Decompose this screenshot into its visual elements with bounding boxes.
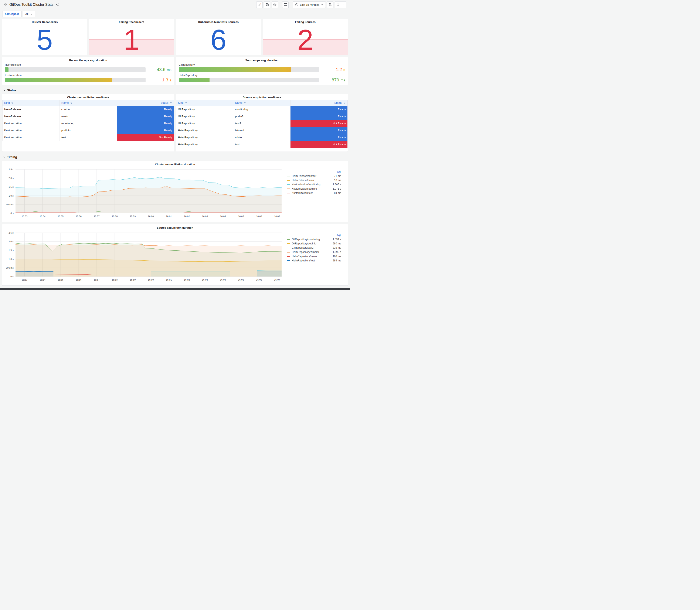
svg-text:1.0 s: 1.0 s: [9, 194, 14, 197]
namespace-variable-value[interactable]: All: [23, 11, 35, 17]
svg-text:16:00: 16:00: [148, 215, 154, 218]
status-badge: Ready: [117, 120, 174, 127]
kind-cell: HelmRelease: [2, 106, 60, 113]
series-color-swatch: [287, 176, 290, 176]
gauge-label: Kustomization: [5, 74, 172, 77]
series-color-swatch: [287, 184, 290, 185]
section-header-status[interactable]: Status: [2, 87, 348, 94]
window-bottom-bar: [0, 288, 350, 290]
column-header-status[interactable]: Status: [117, 100, 174, 106]
filter-funnel-icon[interactable]: [244, 101, 246, 104]
legend-item[interactable]: HelmRepository/test289 ms: [287, 258, 341, 263]
gauge-row: HelmRepository 879 ms: [178, 73, 346, 83]
refresh-interval-dropdown[interactable]: [341, 1, 346, 8]
time-range-picker[interactable]: Last 15 minutes: [293, 1, 326, 8]
chevron-down-icon: [30, 13, 33, 15]
share-icon[interactable]: [56, 3, 59, 6]
zoom-out-time-button[interactable]: [327, 1, 333, 8]
gauge-fill: [5, 67, 9, 72]
svg-text:15:57: 15:57: [94, 215, 100, 218]
legend-item[interactable]: Kustomization/monitoring1.605 s: [287, 182, 341, 187]
svg-text:16:06: 16:06: [256, 278, 262, 281]
save-dashboard-button[interactable]: [264, 1, 270, 8]
status-badge: Ready: [117, 113, 174, 120]
source-readiness-table: KindNameStatusGitRepositorymonitoringRea…: [176, 100, 348, 148]
kind-cell: HelmRepository: [176, 134, 233, 141]
column-header-kind[interactable]: Kind: [2, 100, 60, 106]
column-header-name[interactable]: Name: [60, 100, 117, 106]
filter-funnel-icon[interactable]: [11, 101, 13, 104]
add-panel-button[interactable]: [256, 1, 263, 8]
svg-text:16:03: 16:03: [202, 215, 208, 218]
series-color-swatch: [287, 260, 290, 261]
svg-text:16:04: 16:04: [220, 278, 226, 281]
filter-funnel-icon[interactable]: [343, 101, 346, 104]
series-name: Kustomization/test: [292, 192, 332, 194]
table-row: GitRepositorytest2Not Ready: [176, 120, 348, 127]
svg-text:2.0 s: 2.0 s: [9, 177, 14, 179]
series-color-swatch: [287, 193, 290, 193]
tv-cycle-view-button[interactable]: [282, 1, 289, 8]
svg-text:15:56: 15:56: [76, 278, 82, 281]
series-name: GitRepository/monitoring: [292, 238, 331, 241]
gauge-fill: [179, 78, 210, 82]
series-name: GitRepository/podinfo: [292, 242, 331, 245]
svg-text:15:55: 15:55: [58, 278, 64, 281]
name-cell: monitoring: [60, 120, 117, 127]
series-color-swatch: [287, 247, 290, 248]
legend-item[interactable]: HelmRelease/minio16 ms: [287, 178, 341, 182]
series-name: HelmRelease/minio: [292, 179, 332, 182]
legend-item[interactable]: Kustomization/test84 ms: [287, 191, 341, 195]
svg-text:500 ms: 500 ms: [6, 267, 14, 269]
stat-panels-row: Cluster Reconcilers 5 Failing Reconciler…: [2, 19, 348, 55]
namespace-variable-label[interactable]: namespace: [2, 11, 22, 17]
legend-item[interactable]: GitRepository/monitoring1.594 s: [287, 237, 341, 241]
series-color-swatch: [287, 239, 290, 240]
svg-text:0 s: 0 s: [11, 275, 14, 278]
status-badge: Ready: [291, 113, 348, 120]
dashboard-settings-button[interactable]: [272, 1, 278, 8]
status-badge: Ready: [291, 134, 348, 141]
filter-funnel-icon[interactable]: [185, 101, 187, 104]
table-row: KustomizationmonitoringReady: [2, 120, 174, 127]
filter-funnel-icon[interactable]: [170, 101, 172, 104]
legend-item[interactable]: HelmRepository/minio108 ms: [287, 254, 341, 258]
table-row: HelmRepositorybitnamiReady: [176, 127, 348, 134]
table-row: GitRepositorypodinfoReady: [176, 113, 348, 120]
variables-row: namespace All: [2, 9, 348, 19]
section-header-timing[interactable]: Timing: [2, 154, 348, 161]
chart-panel-cluster-reconciliation: Cluster reconciliation duration 0 s500 m…: [2, 161, 348, 222]
gauge-value: 879 ms: [322, 77, 345, 82]
svg-text:1.0 s: 1.0 s: [9, 258, 14, 260]
refresh-button[interactable]: [335, 1, 341, 8]
legend-item[interactable]: Kustomization/podinfo1.071 s: [287, 187, 341, 191]
gauge-track: [179, 67, 320, 72]
clock-icon: [295, 3, 298, 6]
column-header-status[interactable]: Status: [291, 100, 348, 106]
series-color-swatch: [287, 180, 290, 181]
series-avg-value: 1.605 s: [333, 183, 341, 186]
legend-item[interactable]: GitRepository/test2338 ms: [287, 246, 341, 250]
column-header-kind[interactable]: Kind: [176, 100, 233, 106]
series-name: HelmRepository/minio: [292, 255, 331, 258]
svg-text:15:56: 15:56: [76, 215, 82, 218]
legend-item[interactable]: HelmRelease/contour71 ms: [287, 174, 341, 178]
chart-panel-source-acquisition: Source acquisition duration 0 s500 ms1.0…: [2, 224, 348, 286]
column-header-name[interactable]: Name: [233, 100, 291, 106]
gauge-track: [5, 78, 146, 82]
svg-text:500 ms: 500 ms: [6, 203, 14, 206]
status-badge: Ready: [117, 106, 174, 113]
legend-item[interactable]: HelmRepository/bitnami1.695 s: [287, 250, 341, 254]
table-row: HelmRepositorytestNot Ready: [176, 141, 348, 148]
status-badge: Ready: [291, 127, 348, 134]
cluster-reconciliation-chart[interactable]: 0 s500 ms1.0 s1.5 s2.0 s2.5 s15:5315:541…: [4, 167, 284, 219]
panel-title: Source acquisition duration: [4, 225, 346, 230]
source-acquisition-chart[interactable]: 0 s500 ms1.0 s1.5 s2.0 s2.5 s15:5315:541…: [4, 230, 284, 282]
chart-legend: avgGitRepository/monitoring1.594 sGitRep…: [284, 230, 342, 282]
filter-funnel-icon[interactable]: [70, 101, 72, 104]
legend-item[interactable]: GitRepository/podinfo980 ms: [287, 241, 341, 246]
series-avg-value: 1.594 s: [333, 238, 341, 241]
gauge-label: HelmRelease: [5, 63, 172, 66]
series-name: HelmRepository/test: [292, 259, 331, 262]
gauge-panel-reconciler-ops: Reconciler ops avg. duration HelmRelease…: [2, 57, 174, 85]
